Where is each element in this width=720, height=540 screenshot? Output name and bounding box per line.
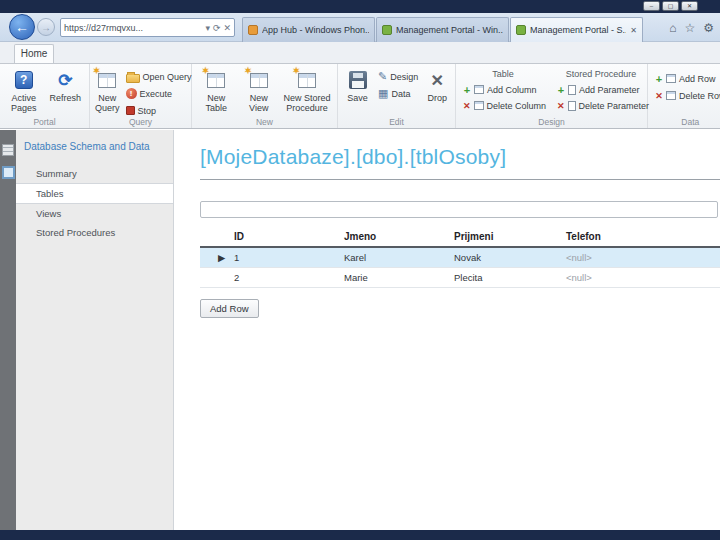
- close-button[interactable]: ✕: [681, 1, 698, 11]
- delete-icon: ✕: [655, 91, 663, 101]
- url-text[interactable]: https://d27rmqvxu...: [64, 23, 202, 33]
- address-bar[interactable]: https://d27rmqvxu... ▾ ⟳ ✕: [60, 18, 235, 37]
- row-icon: [666, 74, 676, 83]
- filter-input[interactable]: [200, 201, 718, 218]
- column-header-prijmeni[interactable]: Prijmeni: [436, 227, 548, 246]
- table-row[interactable]: 2 Marie Plecita <null>: [200, 268, 720, 288]
- address-dropdown-icon[interactable]: ▾: [205, 23, 210, 33]
- cell-prijmeni[interactable]: Plecita: [436, 268, 548, 287]
- new-view-button[interactable]: ✶ New View: [239, 67, 277, 114]
- cell-id[interactable]: 2: [216, 268, 326, 287]
- new-table-button[interactable]: ✶ New Table: [197, 67, 235, 114]
- cell-telefon[interactable]: <null>: [548, 268, 720, 287]
- stop-square-icon: [126, 106, 135, 115]
- tab-management-portal-1[interactable]: Management Portal - Win..: [376, 17, 509, 42]
- close-icon: ✕: [687, 3, 692, 9]
- new-query-button[interactable]: ✶ New Query: [95, 67, 120, 114]
- delete-icon: ✕: [463, 101, 471, 111]
- column-icon: [474, 85, 484, 94]
- favorites-star-icon[interactable]: ☆: [684, 21, 695, 35]
- settings-gear-icon[interactable]: ⚙: [703, 21, 714, 35]
- maximize-button[interactable]: ▢: [662, 1, 679, 11]
- sidebar-item-stored-procedures[interactable]: Stored Procedures: [16, 223, 173, 242]
- window-titlebar: – ▢ ✕: [0, 0, 720, 13]
- data-table: ID Jmeno Prijmeni Telefon ▶ 1 Karel Nova…: [200, 227, 720, 288]
- cell-prijmeni[interactable]: Novak: [436, 248, 548, 267]
- stop-icon[interactable]: ✕: [223, 23, 231, 33]
- back-icon: ←: [15, 19, 29, 35]
- tab-bar: App Hub - Windows Phon.. Management Port…: [242, 17, 644, 42]
- tab-app-hub[interactable]: App Hub - Windows Phon..: [242, 17, 375, 42]
- cell-id[interactable]: 1: [216, 248, 326, 267]
- column-icon: [474, 101, 484, 110]
- group-label-data: Data: [648, 117, 720, 127]
- ribbon-group-design: Table + Add Column ✕ Delete Column Store…: [456, 64, 648, 128]
- sidebar-item-summary[interactable]: Summary: [16, 164, 173, 183]
- sidebar-item-tables[interactable]: Tables: [16, 183, 173, 204]
- management-portal-favicon: [516, 25, 526, 35]
- add-icon: +: [557, 84, 565, 96]
- ribbon-group-portal: ? Active Pages ⟳ Refresh Portal: [0, 64, 90, 128]
- summary-panel-icon[interactable]: [2, 144, 14, 156]
- delete-icon: ✕: [557, 101, 565, 111]
- home-icon[interactable]: ⌂: [669, 21, 676, 35]
- refresh-icon[interactable]: ⟳: [213, 23, 221, 33]
- minimize-button[interactable]: –: [643, 1, 660, 11]
- group-label-design: Design: [456, 117, 647, 127]
- cell-jmeno[interactable]: Marie: [326, 268, 436, 287]
- add-column-button[interactable]: + Add Column: [461, 82, 545, 97]
- back-button[interactable]: ←: [9, 14, 35, 40]
- column-header-id[interactable]: ID: [216, 227, 326, 246]
- refresh-button[interactable]: ⟳ Refresh: [47, 67, 85, 103]
- group-label-portal: Portal: [0, 117, 89, 127]
- cell-jmeno[interactable]: Karel: [326, 248, 436, 267]
- forward-button[interactable]: →: [37, 18, 55, 36]
- minimize-icon: –: [650, 3, 653, 9]
- column-header-jmeno[interactable]: Jmeno: [326, 227, 436, 246]
- ribbon: ? Active Pages ⟳ Refresh Portal ✶ New Qu…: [0, 63, 720, 129]
- window-controls: – ▢ ✕: [643, 1, 698, 11]
- open-query-button[interactable]: Open Query: [124, 69, 194, 84]
- group-label-new: New: [192, 117, 337, 127]
- table-header-row: ID Jmeno Prijmeni Telefon: [200, 227, 720, 248]
- title-divider: [200, 179, 720, 180]
- ribbon-group-new: ✶ New Table ✶ New View ✶ New Stored Proc…: [192, 64, 338, 128]
- execute-button[interactable]: ! Execute: [124, 86, 194, 101]
- design-sp-header: Stored Procedure: [555, 67, 647, 81]
- table-row[interactable]: ▶ 1 Karel Novak <null>: [200, 248, 720, 268]
- design-button[interactable]: ✎ Design: [376, 69, 420, 84]
- new-stored-procedure-button[interactable]: ✶ New Stored Procedure: [282, 67, 332, 114]
- tab-close-icon[interactable]: ✕: [630, 26, 637, 35]
- sidebar: Database Schema and Data Summary Tables …: [16, 130, 174, 530]
- delete-column-button[interactable]: ✕ Delete Column: [461, 98, 545, 113]
- tab-management-portal-2[interactable]: Management Portal - S... ✕: [510, 17, 643, 42]
- tab-label: Management Portal - Win..: [396, 25, 503, 35]
- drop-button[interactable]: ✕ Drop: [424, 67, 450, 103]
- parameter-icon: [568, 85, 576, 95]
- cell-telefon[interactable]: <null>: [548, 248, 720, 267]
- add-icon: +: [655, 73, 663, 85]
- new-table-icon: ✶: [204, 69, 228, 91]
- designer-panel-icon[interactable]: [2, 166, 15, 179]
- sidebar-item-views[interactable]: Views: [16, 204, 173, 223]
- execute-icon: !: [126, 88, 137, 99]
- sidebar-header: Database Schema and Data: [16, 130, 173, 164]
- data-button[interactable]: ▦ Data: [376, 86, 420, 101]
- delete-parameter-button[interactable]: ✕ Delete Parameter: [555, 98, 647, 113]
- add-row-button[interactable]: Add Row: [200, 299, 259, 318]
- data-grid-icon: ▦: [378, 87, 388, 100]
- ribbon-tab-home[interactable]: Home: [14, 44, 54, 63]
- app-hub-favicon: [248, 25, 258, 35]
- save-button[interactable]: Save: [343, 67, 372, 103]
- add-row-ribbon-button[interactable]: + Add Row: [653, 71, 720, 86]
- active-pages-button[interactable]: ? Active Pages: [5, 67, 43, 114]
- column-header-telefon[interactable]: Telefon: [548, 227, 720, 246]
- design-pencil-icon: ✎: [378, 70, 387, 83]
- management-portal-favicon: [382, 25, 392, 35]
- stop-button[interactable]: Stop: [124, 103, 194, 118]
- delete-row-ribbon-button[interactable]: ✕ Delete Row: [653, 88, 720, 103]
- add-parameter-button[interactable]: + Add Parameter: [555, 82, 647, 97]
- group-label-query: Query: [90, 117, 191, 127]
- row-icon: [666, 91, 676, 100]
- save-icon: [346, 69, 370, 91]
